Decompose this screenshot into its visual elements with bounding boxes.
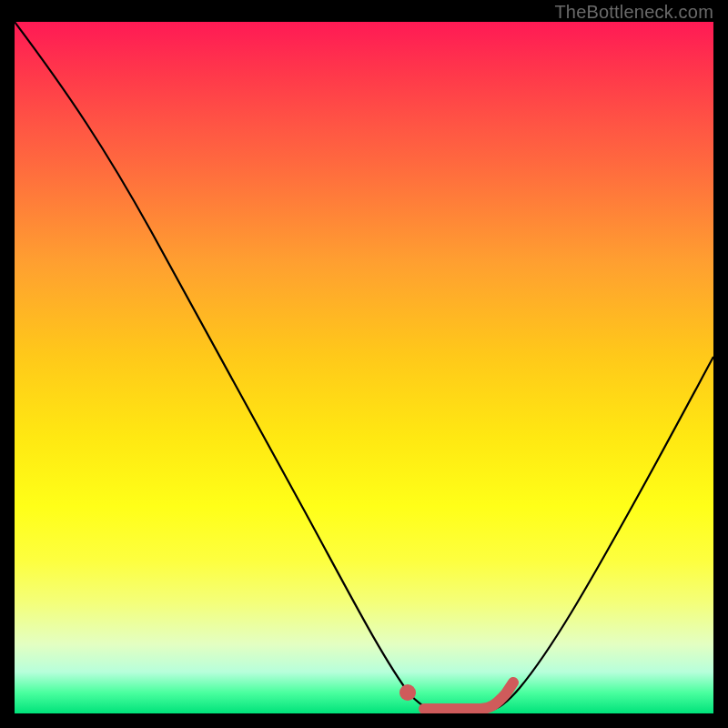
chart-svg: [15, 22, 713, 713]
watermark-text: TheBottleneck.com: [554, 2, 713, 23]
highlight-optimal-range: [424, 682, 513, 709]
highlight-start-dot: [399, 684, 416, 701]
chart-plot-area: [15, 22, 713, 713]
bottleneck-curve: [15, 22, 713, 712]
